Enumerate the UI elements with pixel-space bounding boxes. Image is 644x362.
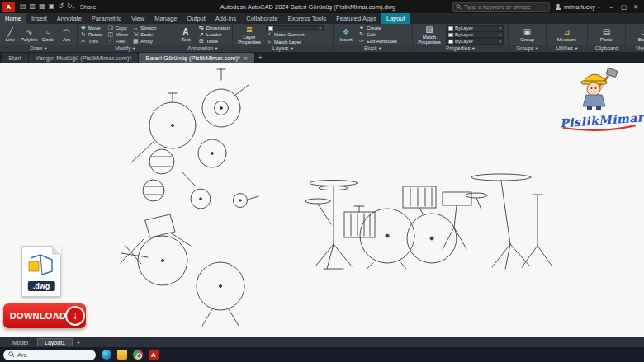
help-search-input[interactable] xyxy=(464,4,547,10)
tab-insert[interactable]: Insert xyxy=(26,13,52,24)
mirror-tool[interactable]: ◫Mirror xyxy=(107,31,129,38)
move-tool[interactable]: ✥Move xyxy=(80,25,103,31)
layer-properties-tool[interactable]: ≣Layer Properties xyxy=(235,25,263,44)
help-search-box[interactable] xyxy=(452,2,550,12)
rotate-tool[interactable]: ↻Rotate xyxy=(80,31,103,38)
drawing-canvas[interactable]: PislikMimar .dwg DOWNLOAD ↓ xyxy=(0,63,644,337)
table-tool[interactable]: ⊞Table xyxy=(198,38,230,44)
create-block-tool[interactable]: ✦Create xyxy=(358,25,397,31)
file-explorer-icon[interactable] xyxy=(117,350,127,360)
linetype-dropdown[interactable]: ByLayer▾ xyxy=(446,38,504,45)
tab-collaborate[interactable]: Collaborate xyxy=(241,13,282,24)
polyline-tool[interactable]: ∿Polyline xyxy=(21,25,38,44)
match-properties-tool[interactable]: ▨Match Properties xyxy=(415,25,443,44)
make-current-tool[interactable]: ✓Make Current xyxy=(266,31,324,38)
edge-icon[interactable] xyxy=(102,350,111,360)
print-icon[interactable]: ▣ xyxy=(49,2,55,12)
share-button[interactable]: Share xyxy=(80,3,97,11)
tool-icon: ⊞ xyxy=(198,38,205,44)
tab-addins[interactable]: Add-ins xyxy=(211,13,241,24)
close-button[interactable]: ✕ xyxy=(630,0,642,13)
autocad-app-button[interactable]: A xyxy=(2,2,15,12)
open-file-icon[interactable]: ▥ xyxy=(30,2,36,12)
user-name: mimarlucky xyxy=(564,3,595,11)
redo-icon[interactable]: ↻ xyxy=(67,2,73,12)
property-swatch xyxy=(448,40,453,44)
measure-tool[interactable]: ⊿Measure xyxy=(557,25,577,44)
group-tool[interactable]: ▣Group xyxy=(518,25,537,44)
tab-home[interactable]: Home xyxy=(0,13,26,24)
layer-dropdown[interactable]: ▾ xyxy=(266,25,324,31)
block-panel-label[interactable]: Block▾ xyxy=(334,45,412,52)
new-file-icon[interactable]: ▤ xyxy=(20,2,26,12)
tool-label: Arc xyxy=(63,37,70,42)
clipboard-panel-label[interactable]: Clipboard xyxy=(588,45,625,52)
paste-tool[interactable]: ▤Paste xyxy=(597,25,617,44)
base-view-tool[interactable]: ⌂Base xyxy=(634,25,644,44)
qat-overflow-caret-icon[interactable]: ▾ xyxy=(73,4,75,10)
insert-block-tool[interactable]: ❖Insert xyxy=(336,25,356,44)
file-tab-yangin[interactable]: Yangın Mudüğü (PislikMimar.com)*✕ xyxy=(29,53,139,63)
lineweight-dropdown[interactable]: ByLayer▾ xyxy=(446,31,504,38)
tab-layout-contextual[interactable]: Layout xyxy=(381,13,410,24)
copy-tool[interactable]: ❐Copy xyxy=(107,25,129,31)
file-tab-bateri[interactable]: Bateri Görünüş (PislikMimar.com)*✕ xyxy=(139,53,254,63)
taskbar-search-input[interactable] xyxy=(17,351,91,359)
modify-panel-label[interactable]: Modify▾ xyxy=(78,45,173,52)
minimize-button[interactable]: – xyxy=(605,0,618,13)
tab-featured-apps[interactable]: Featured Apps xyxy=(331,13,381,24)
trim-tool[interactable]: ✂Trim xyxy=(80,38,103,45)
model-tab[interactable]: Model xyxy=(5,338,36,346)
chrome-icon[interactable] xyxy=(133,350,143,360)
search-icon xyxy=(456,4,462,10)
arc-tool[interactable]: ◠Arc xyxy=(59,25,74,44)
tab-express-tools[interactable]: Express Tools xyxy=(283,13,332,24)
annotation-panel-label[interactable]: Annotation▾ xyxy=(173,45,232,52)
layers-panel-label[interactable]: Layers▾ xyxy=(233,45,333,52)
download-arrow-icon: ↓ xyxy=(65,306,85,326)
properties-panel-label[interactable]: Properties▾ xyxy=(413,45,508,52)
file-tab-start[interactable]: Start✕ xyxy=(2,53,28,63)
tool-label: Create xyxy=(367,25,381,31)
fillet-tool[interactable]: ◜Fillet xyxy=(107,38,129,45)
match-layer-tool[interactable]: ≈Match Layer xyxy=(266,39,324,45)
view-panel-label[interactable]: View▾ xyxy=(626,45,644,52)
tab-parametric[interactable]: Parametric xyxy=(87,13,126,24)
object-color-dropdown[interactable]: ByLayer▾ xyxy=(446,25,504,31)
maximize-button[interactable]: ▢ xyxy=(618,0,630,13)
search-icon xyxy=(8,351,15,358)
tab-view[interactable]: View xyxy=(126,13,149,24)
text-tool[interactable]: AText xyxy=(176,25,196,44)
scale-tool[interactable]: ⇲Scale xyxy=(132,31,156,38)
new-layout-button[interactable]: + xyxy=(74,338,83,346)
save-icon[interactable]: ▦ xyxy=(39,2,45,12)
tool-icon: ⇲ xyxy=(132,31,139,38)
download-button[interactable]: DOWNLOAD ↓ xyxy=(3,303,86,328)
close-tab-icon[interactable]: ✕ xyxy=(244,55,248,61)
new-drawing-tab-button[interactable]: + xyxy=(255,53,265,63)
autocad-taskbar-icon[interactable]: A xyxy=(149,350,159,360)
tab-annotate[interactable]: Annotate xyxy=(52,13,87,24)
array-tool[interactable]: ▦Array xyxy=(132,38,156,45)
groups-panel-label[interactable]: Groups▾ xyxy=(509,45,546,52)
taskbar-search-box[interactable] xyxy=(3,350,96,360)
dimension-tool[interactable]: ↹Dimension xyxy=(198,25,230,31)
utilities-panel-label[interactable]: Utilities▾ xyxy=(547,45,587,52)
line-tool[interactable]: ╱Line xyxy=(2,25,18,44)
pislikmimar-logo: PislikMimar xyxy=(560,68,641,133)
stretch-tool[interactable]: ↔Stretch xyxy=(132,25,156,31)
ribbon-panel-properties: ▨Match Properties ByLayer▾ByLayer▾ByLaye… xyxy=(413,24,509,52)
edit-block-tool[interactable]: ✎Edit xyxy=(358,31,397,38)
dwg-file-icon[interactable]: .dwg xyxy=(21,246,61,297)
measure-icon: ⊿ xyxy=(563,27,570,36)
tab-manage[interactable]: Manage xyxy=(149,13,182,24)
layout1-tab[interactable]: Layout1 xyxy=(37,338,73,346)
leader-tool[interactable]: ↗Leader xyxy=(198,31,230,38)
draw-panel-label[interactable]: Draw▾ xyxy=(0,45,77,52)
undo-icon[interactable]: ↺ xyxy=(58,2,64,12)
edit-attributes-tool[interactable]: ✑Edit Attributes xyxy=(358,38,397,44)
dropdown-caret-icon: ▾ xyxy=(499,32,501,37)
account-menu[interactable]: mimarlucky ▾ xyxy=(555,3,600,11)
circle-tool[interactable]: ○Circle xyxy=(40,25,56,44)
tab-output[interactable]: Output xyxy=(182,13,211,24)
